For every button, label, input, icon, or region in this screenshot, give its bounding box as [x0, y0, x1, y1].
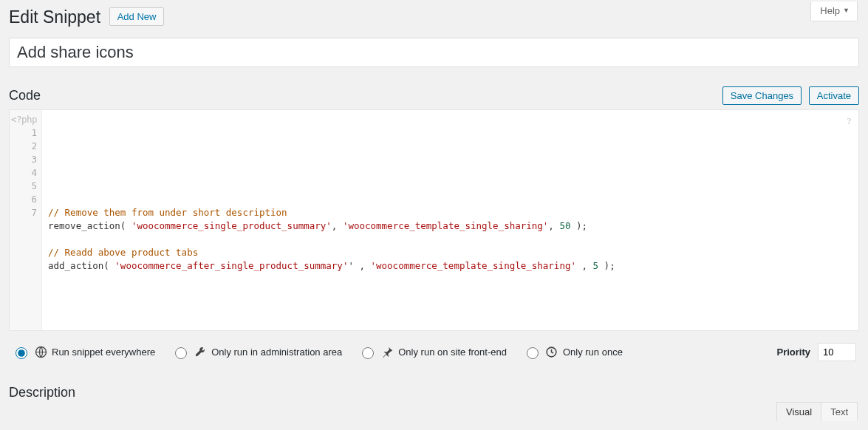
editor-tabs: Visual Text	[776, 402, 858, 421]
scope-radio-admin[interactable]	[175, 347, 187, 359]
tab-text[interactable]: Text	[821, 402, 858, 421]
snippet-title-input[interactable]	[9, 38, 859, 67]
php-open-tag: <?php	[11, 114, 37, 125]
help-icon[interactable]: ?	[847, 115, 851, 128]
scope-row: Run snippet everywhereOnly run in admini…	[9, 331, 859, 366]
code-line: add_action( 'woocommerce_after_single_pr…	[48, 259, 852, 273]
code-line: // Readd above product tabs	[48, 246, 852, 259]
scope-label: Run snippet everywhere	[52, 347, 155, 358]
code-editor[interactable]: <?php 1234567 ? // Remove them from unde…	[9, 109, 859, 331]
wrench-icon	[194, 346, 207, 359]
scope-label: Only run in administration area	[211, 347, 342, 358]
add-new-button[interactable]: Add New	[109, 7, 165, 26]
help-tab[interactable]: Help ▼	[810, 1, 858, 21]
description-heading: Description	[9, 385, 859, 400]
code-line	[48, 193, 852, 206]
help-label: Help	[820, 5, 840, 16]
line-number: 1	[10, 126, 37, 140]
chevron-down-icon: ▼	[843, 7, 850, 14]
scope-radio-once[interactable]	[527, 347, 539, 359]
priority-input[interactable]	[818, 343, 856, 361]
line-number: 7	[10, 206, 37, 219]
scope-label: Only run on site front-end	[398, 347, 507, 358]
scope-option-everywhere[interactable]: Run snippet everywhere	[12, 345, 155, 359]
activate-button[interactable]: Activate	[809, 86, 859, 105]
scope-option-admin[interactable]: Only run in administration area	[171, 345, 342, 359]
priority-label: Priority	[776, 347, 810, 358]
page-title: Edit Snippet	[9, 7, 100, 27]
scope-option-front[interactable]: Only run on site front-end	[358, 345, 507, 359]
gutter: <?php 1234567	[10, 110, 42, 330]
code-line: remove_action( 'woocommerce_single_produ…	[48, 219, 852, 233]
code-line: // Remove them from under short descript…	[48, 206, 852, 219]
code-heading: Code	[9, 88, 41, 103]
scope-radio-front[interactable]	[362, 347, 374, 359]
line-number: 3	[10, 153, 37, 166]
line-number: 6	[10, 193, 37, 206]
line-number: 5	[10, 180, 37, 193]
code-line	[48, 273, 852, 286]
globe-icon	[34, 346, 47, 359]
line-number: 2	[10, 140, 37, 153]
save-changes-button[interactable]: Save Changes	[722, 86, 802, 105]
clock-icon	[545, 346, 558, 359]
scope-option-once[interactable]: Only run once	[523, 345, 623, 359]
tab-visual[interactable]: Visual	[776, 402, 821, 421]
code-line	[48, 233, 852, 246]
code-area[interactable]: ? // Remove them from under short descri…	[42, 110, 858, 330]
pin-icon	[380, 346, 394, 359]
scope-radio-everywhere[interactable]	[16, 347, 27, 359]
line-number: 4	[10, 166, 37, 180]
scope-label: Only run once	[563, 347, 623, 358]
